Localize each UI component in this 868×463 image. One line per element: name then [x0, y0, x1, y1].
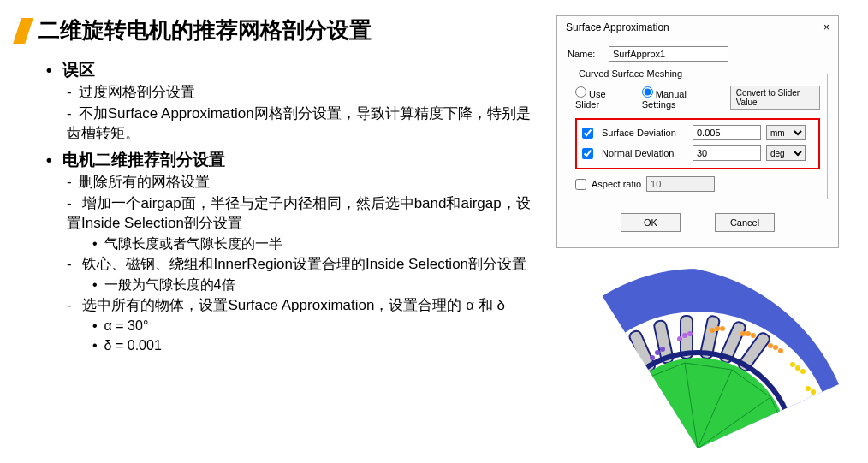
accent-bar — [13, 18, 33, 44]
dialog-title: Surface Approximation — [566, 21, 669, 33]
manual-settings-radio[interactable]: Manual Settings — [642, 86, 715, 110]
svg-point-17 — [715, 326, 720, 331]
svg-point-25 — [768, 343, 773, 348]
aspect-ratio-input — [646, 176, 715, 192]
cancel-button[interactable]: Cancel — [715, 213, 775, 232]
svg-point-22 — [740, 331, 746, 336]
normal-deviation-checkbox[interactable] — [582, 148, 593, 159]
convert-to-slider-button[interactable]: Convert to Slider Value — [730, 86, 820, 110]
svg-point-30 — [816, 395, 821, 400]
title-text: 二维旋转电机的推荐网格剖分设置 — [38, 15, 372, 45]
bullet-2-3-a: 一般为气隙长度的4倍 — [104, 277, 235, 292]
bullet-2-2-a: 气隙长度或者气隙长度的一半 — [104, 236, 282, 251]
svg-point-15 — [687, 331, 693, 336]
svg-rect-4 — [606, 344, 641, 386]
bullet-2-4: 选中所有的物体，设置Surface Approximation，设置合理的 α … — [82, 297, 505, 313]
svg-point-20 — [746, 331, 751, 336]
svg-point-24 — [778, 348, 783, 353]
highlighted-params: Surface Deviation mm Normal Deviation — [575, 118, 820, 169]
use-slider-radio[interactable]: Use Slider — [575, 86, 627, 110]
surface-approximation-dialog: Surface Approximation × Name: Curved Sur… — [556, 15, 839, 248]
surface-deviation-label: Surface Deviation — [602, 128, 687, 138]
bullet-2-4-a: α = 30° — [104, 318, 149, 333]
bullet-1-2: 不加Surface Approximation网格剖分设置，导致计算精度下降，特… — [67, 105, 531, 141]
bullet-1: 误区 — [62, 61, 95, 79]
svg-point-29 — [811, 389, 816, 395]
name-label: Name: — [568, 49, 603, 59]
name-input[interactable] — [609, 46, 728, 62]
bullet-2-2: 增加一个airgap面，半径与定子内径相同，然后选中band和airgap，设置… — [67, 195, 531, 231]
aspect-ratio-label: Aspect ratio — [592, 179, 641, 189]
svg-rect-2 — [574, 387, 617, 418]
svg-point-13 — [650, 355, 655, 360]
surface-deviation-checkbox[interactable] — [582, 128, 593, 139]
surface-deviation-input[interactable] — [693, 125, 761, 140]
aspect-ratio-checkbox[interactable] — [575, 179, 586, 190]
svg-point-16 — [677, 336, 682, 341]
normal-deviation-unit[interactable]: deg — [766, 145, 806, 161]
motor-mesh-illustration — [556, 269, 839, 448]
svg-point-14 — [682, 333, 687, 338]
svg-point-23 — [773, 345, 778, 350]
svg-point-28 — [790, 362, 795, 367]
bullet-2-3: 铁心、磁钢、绕组和InnerRegion设置合理的Inside Selectio… — [82, 256, 526, 272]
normal-deviation-label: Normal Deviation — [602, 148, 687, 158]
svg-point-18 — [720, 326, 725, 331]
bullet-2: 电机二维推荐剖分设置 — [62, 151, 225, 169]
page-title: 二维旋转电机的推荐网格剖分设置 — [17, 15, 539, 45]
group-legend: Curved Surface Meshing — [575, 68, 686, 79]
svg-rect-3 — [587, 364, 627, 401]
svg-point-31 — [806, 386, 811, 391]
normal-deviation-input[interactable] — [693, 145, 761, 161]
svg-point-27 — [800, 369, 806, 374]
svg-point-26 — [795, 365, 800, 371]
svg-point-19 — [710, 328, 715, 333]
svg-point-12 — [660, 347, 665, 352]
close-icon[interactable]: × — [823, 21, 829, 33]
bullet-2-1: 删除所有的网格设置 — [79, 174, 210, 190]
bullet-1-1: 过度网格剖分设置 — [79, 84, 195, 100]
svg-point-21 — [751, 333, 756, 338]
curved-surface-meshing-group: Curved Surface Meshing Use Slider Manual… — [568, 68, 828, 199]
bullet-2-4-b: δ = 0.001 — [104, 338, 162, 353]
ok-button[interactable]: OK — [621, 213, 681, 232]
surface-deviation-unit[interactable]: mm — [766, 125, 806, 140]
svg-point-11 — [655, 350, 660, 355]
